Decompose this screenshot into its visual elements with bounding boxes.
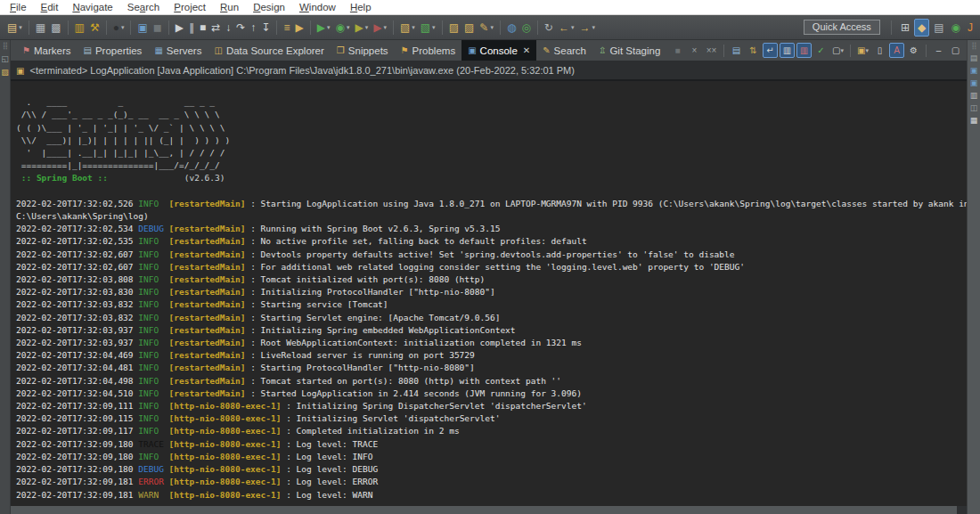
menu-search[interactable]: Search: [120, 2, 167, 12]
new-servlet-icon[interactable]: ▣: [135, 19, 149, 37]
forward-icon[interactable]: →▾: [577, 19, 597, 37]
disconnect-icon[interactable]: ⇄: [209, 19, 222, 37]
user-profile-icon[interactable]: ●▾: [111, 19, 127, 37]
dropdown-arrow-icon[interactable]: ▾: [19, 24, 22, 31]
copy-console-icon[interactable]: ▯: [872, 43, 887, 58]
terminate-icon[interactable]: ■: [670, 43, 685, 58]
suspend-icon[interactable]: ∥: [187, 19, 196, 37]
tab-markers[interactable]: ⚑Markers: [16, 40, 78, 61]
open-perspective-icon[interactable]: ⊞: [898, 19, 912, 37]
show-stderr-icon[interactable]: ▥: [796, 43, 812, 58]
toolbar-separator: [168, 20, 169, 35]
tab-console[interactable]: ▣Console✕: [461, 40, 536, 61]
dropdown-arrow-icon[interactable]: ▾: [490, 24, 494, 31]
menu-navigate[interactable]: Navigate: [65, 2, 119, 12]
dropdown-arrow-icon[interactable]: ▾: [592, 24, 595, 31]
build-all-icon[interactable]: ⚒: [88, 19, 102, 37]
display-selected-console-icon[interactable]: ▢▾: [830, 43, 845, 58]
save-all-icon[interactable]: ▩: [49, 19, 62, 37]
text-styles-icon[interactable]: A: [889, 43, 904, 58]
strip-handle[interactable]: ⣿: [3, 42, 7, 50]
remove-launch-icon[interactable]: ×: [687, 43, 702, 58]
java-perspective-icon[interactable]: J: [965, 19, 976, 37]
close-tab-icon[interactable]: ✕: [523, 45, 530, 55]
horizontal-scrollbar-thumb[interactable]: [11, 506, 957, 514]
tab-properties[interactable]: ▤Properties: [78, 40, 149, 61]
dropdown-arrow-icon[interactable]: ▾: [121, 24, 125, 31]
horizontal-scrollbar[interactable]: [11, 506, 967, 514]
open-console-shortcut-icon[interactable]: ▨: [1, 69, 9, 77]
resume-icon[interactable]: ▶: [174, 19, 185, 37]
terminate-icon[interactable]: ■: [198, 19, 208, 37]
validate-icon[interactable]: ◎: [519, 19, 532, 37]
palette-view-icon[interactable]: ▥: [970, 92, 978, 100]
dropdown-arrow-icon[interactable]: ▾: [432, 24, 436, 31]
run-icon[interactable]: ▶▾: [315, 19, 332, 37]
maximize-icon[interactable]: ▢: [948, 43, 963, 58]
dropdown-arrow-icon[interactable]: ▾: [840, 47, 844, 54]
tab-servers[interactable]: ▦Servers: [148, 40, 208, 61]
last-edit-location-icon[interactable]: ↻: [543, 19, 555, 37]
menu-window[interactable]: Window: [292, 2, 343, 12]
servers-view-shortcut-icon[interactable]: ▣: [970, 79, 978, 87]
tab-problems[interactable]: ⚑Problems: [395, 40, 462, 61]
strip-handle[interactable]: ⣿: [972, 42, 976, 50]
open-console-icon[interactable]: ▣▾: [855, 43, 870, 58]
restore-view-icon[interactable]: ◱: [1, 55, 9, 63]
menu-design[interactable]: Design: [246, 2, 292, 12]
back-icon[interactable]: ←▾: [557, 19, 576, 37]
word-wrap-icon[interactable]: ↵: [763, 43, 778, 58]
dropdown-arrow-icon[interactable]: ▾: [865, 47, 869, 54]
dropdown-arrow-icon[interactable]: ▾: [412, 24, 415, 31]
clear-console-icon[interactable]: ▤: [729, 43, 744, 58]
tasks-view-icon[interactable]: ◫: [970, 104, 978, 112]
debug-icon[interactable]: ◉▾: [333, 19, 351, 37]
menu-project[interactable]: Project: [167, 2, 213, 12]
scroll-lock-icon[interactable]: ⇅: [746, 43, 761, 58]
console-output[interactable]: . ____ _ __ _ _ /\\ / ___'_ __ _ _(_)_ _…: [11, 81, 967, 514]
terminate-disabled-icon[interactable]: ◼: [151, 19, 164, 37]
minimize-icon[interactable]: –: [931, 43, 946, 58]
new-web-project-icon[interactable]: ▧▾: [419, 19, 437, 37]
outline-view-icon[interactable]: ▤: [970, 54, 978, 62]
profile-icon[interactable]: ▶▾: [372, 19, 388, 37]
settings-icon[interactable]: ⚙: [906, 43, 921, 58]
export-icon[interactable]: ▨: [462, 19, 476, 37]
dropdown-arrow-icon[interactable]: ▾: [365, 24, 369, 31]
console-view-shortcut-icon[interactable]: ▣: [970, 67, 978, 75]
web-browser-icon[interactable]: ◍: [505, 19, 518, 37]
menu-file[interactable]: File: [3, 2, 34, 12]
dropdown-arrow-icon[interactable]: ▾: [571, 24, 575, 31]
web-perspective-icon[interactable]: ▤: [931, 19, 946, 37]
remove-all-launches-icon[interactable]: ××: [704, 43, 719, 58]
step-over-icon[interactable]: ↷: [234, 19, 247, 37]
skip-breakpoints-icon[interactable]: ▶: [293, 19, 305, 37]
save-icon[interactable]: ▦: [34, 19, 47, 37]
show-stdout-icon[interactable]: ▥: [780, 43, 795, 58]
tab-data-source-explorer[interactable]: ◫Data Source Explorer: [208, 40, 330, 61]
step-into-icon[interactable]: ↓: [224, 19, 233, 37]
tab-snippets[interactable]: ❐Snippets: [331, 40, 395, 61]
new-java-project-icon[interactable]: ▧▾: [398, 19, 417, 37]
import-icon[interactable]: ▨: [447, 19, 461, 37]
java-ee-perspective-icon[interactable]: ◆: [914, 19, 929, 37]
activate-on-output-icon[interactable]: ✓: [813, 43, 829, 58]
step-return-icon[interactable]: ↑: [249, 19, 257, 37]
dropdown-arrow-icon[interactable]: ▾: [383, 24, 387, 31]
properties-view-shortcut-icon[interactable]: ▦: [970, 117, 978, 125]
print-icon[interactable]: ▥: [73, 19, 86, 37]
menu-edit[interactable]: Edit: [34, 2, 66, 12]
menu-help[interactable]: Help: [343, 2, 379, 12]
debug-perspective-icon[interactable]: ◉: [949, 19, 963, 37]
quick-access-button[interactable]: Quick Access: [804, 20, 880, 35]
tab-search[interactable]: ✎Search: [536, 40, 592, 61]
java-editor-icon[interactable]: ✎▾: [478, 19, 495, 37]
drop-to-frame-icon[interactable]: ↧: [259, 19, 272, 37]
menu-run[interactable]: Run: [213, 2, 246, 12]
new-wizard-icon[interactable]: ▤▾: [5, 19, 24, 37]
dropdown-arrow-icon[interactable]: ▾: [327, 24, 331, 31]
dropdown-arrow-icon[interactable]: ▾: [347, 24, 350, 31]
use-step-filters-icon[interactable]: ≡: [282, 19, 291, 37]
tab-git-staging[interactable]: ⇫Git Staging: [592, 40, 666, 61]
coverage-icon[interactable]: ▶▾: [353, 19, 370, 37]
